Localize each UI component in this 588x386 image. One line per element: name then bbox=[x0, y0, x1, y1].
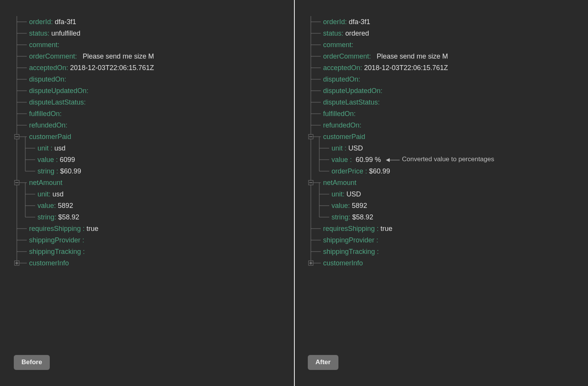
val-orderPrice: $60.99 bbox=[369, 167, 390, 175]
svg-rect-29 bbox=[15, 261, 19, 265]
before-panel: orderId: dfa-3f1 status: unfulfilled com… bbox=[0, 0, 294, 386]
key-string: string : bbox=[38, 167, 58, 175]
val-acceptedOn: 2018-12-03T22:06:15.761Z bbox=[364, 64, 448, 72]
key-orderComment: orderComment: bbox=[323, 52, 371, 60]
key-shippingProvider: shippingProvider : bbox=[29, 236, 84, 244]
val-orderId: dfa-3f1 bbox=[349, 18, 370, 26]
key-fulfilledOn: fulfilledOn: bbox=[323, 110, 356, 118]
panel-divider bbox=[294, 0, 295, 386]
key-netAmount: netAmount bbox=[29, 179, 62, 186]
after-label: After bbox=[308, 355, 338, 370]
after-panel: orderId: dfa-3f1 status: ordered comment… bbox=[294, 0, 588, 386]
key-disputeUpdatedOn: disputeUpdatedOn: bbox=[323, 87, 382, 95]
key-comment: comment: bbox=[29, 41, 59, 49]
key-unit: unit: bbox=[38, 190, 51, 198]
val-string: $58.92 bbox=[58, 213, 79, 221]
key-unit: unit: bbox=[332, 190, 345, 198]
val-string: $58.92 bbox=[352, 213, 373, 221]
key-unit: unit : bbox=[38, 144, 52, 152]
annotation-text: Converted value to percentages bbox=[402, 155, 494, 163]
key-disputedOn: disputedOn: bbox=[29, 75, 66, 83]
key-customerPaid: customerPaid bbox=[29, 133, 71, 141]
key-unit: unit : bbox=[332, 144, 346, 152]
val-acceptedOn: 2018-12-03T22:06:15.761Z bbox=[70, 64, 154, 72]
key-string: string: bbox=[38, 213, 56, 221]
key-orderId: orderId: bbox=[323, 18, 347, 26]
key-comment: comment: bbox=[323, 41, 353, 49]
key-value: value: bbox=[38, 202, 56, 209]
key-value: value : bbox=[38, 156, 58, 164]
svg-rect-44 bbox=[309, 134, 313, 139]
key-netAmount: netAmount bbox=[323, 179, 356, 186]
before-label: Before bbox=[14, 355, 50, 370]
val-status: ordered bbox=[345, 29, 369, 37]
val-value: 5892 bbox=[352, 202, 367, 209]
key-refundedOn: refundedOn: bbox=[29, 121, 67, 129]
key-requiresShipping: requiresShipping : bbox=[29, 225, 85, 232]
key-customerInfo: customerInfo bbox=[29, 259, 69, 267]
key-value: value : bbox=[332, 156, 352, 164]
val-value: 60.99 % bbox=[356, 156, 381, 164]
key-status: status: bbox=[323, 29, 343, 37]
val-string: $60.99 bbox=[60, 167, 81, 175]
val-orderId: dfa-3f1 bbox=[55, 18, 76, 26]
key-requiresShipping: requiresShipping : bbox=[323, 225, 379, 232]
val-unit: USD bbox=[346, 190, 361, 198]
svg-rect-19 bbox=[15, 180, 19, 185]
key-fulfilledOn: fulfilledOn: bbox=[29, 110, 62, 118]
key-disputeUpdatedOn: disputeUpdatedOn: bbox=[29, 87, 88, 95]
key-shippingProvider: shippingProvider : bbox=[323, 236, 378, 244]
svg-rect-12 bbox=[15, 134, 19, 139]
key-string: string: bbox=[332, 213, 350, 221]
key-shippingTracking: shippingTracking : bbox=[323, 248, 379, 255]
svg-rect-61 bbox=[309, 261, 313, 265]
key-disputeLastStatus: disputeLastStatus: bbox=[323, 98, 380, 106]
val-value: 5892 bbox=[58, 202, 73, 209]
val-unit: usd bbox=[54, 144, 65, 152]
after-tree: orderId: dfa-3f1 status: ordered comment… bbox=[308, 16, 576, 269]
key-orderId: orderId: bbox=[29, 18, 53, 26]
val-orderComment: Please send me size M bbox=[83, 52, 154, 60]
key-refundedOn: refundedOn: bbox=[323, 121, 361, 129]
key-shippingTracking: shippingTracking : bbox=[29, 248, 85, 255]
key-disputeLastStatus: disputeLastStatus: bbox=[29, 98, 86, 106]
key-acceptedOn: acceptedOn: bbox=[29, 64, 68, 72]
key-customerInfo: customerInfo bbox=[323, 259, 363, 267]
key-disputedOn: disputedOn: bbox=[323, 75, 360, 83]
key-acceptedOn: acceptedOn: bbox=[323, 64, 362, 72]
val-unit: USD bbox=[348, 144, 363, 152]
val-requiresShipping: true bbox=[381, 225, 392, 232]
val-status: unfulfilled bbox=[51, 29, 80, 37]
key-customerPaid: customerPaid bbox=[323, 133, 365, 141]
val-orderComment: Please send me size M bbox=[377, 52, 448, 60]
key-orderComment: orderComment: bbox=[29, 52, 77, 60]
key-value: value: bbox=[332, 202, 350, 209]
svg-rect-51 bbox=[309, 180, 313, 185]
val-unit: usd bbox=[52, 190, 64, 198]
diff-stage: orderId: dfa-3f1 status: unfulfilled com… bbox=[0, 0, 588, 386]
before-tree: orderId: dfa-3f1 status: unfulfilled com… bbox=[14, 16, 282, 269]
val-requiresShipping: true bbox=[87, 225, 98, 232]
key-status: status: bbox=[29, 29, 49, 37]
val-value: 6099 bbox=[60, 156, 75, 164]
key-orderPrice: orderPrice : bbox=[332, 167, 367, 175]
